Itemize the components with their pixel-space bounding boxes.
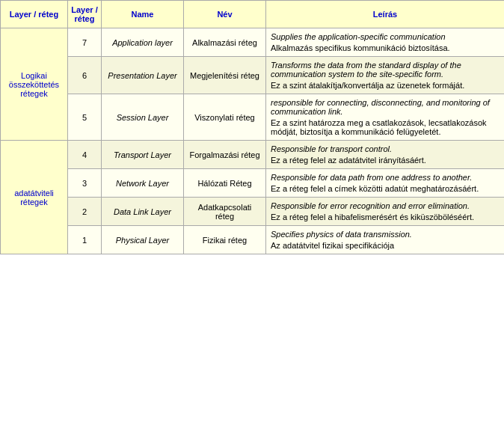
layer-number: 2: [68, 198, 102, 226]
layer-nev: Fizikai réteg: [184, 226, 266, 254]
layer-desc: Transforms the data from the standard di…: [266, 57, 505, 94]
osi-table: Layer / réteg Layer / réteg Name Név Leí…: [0, 0, 504, 254]
desc-english: Specifies physics of data transmission.: [271, 230, 500, 239]
layer-nev: Megjelenítési réteg: [184, 57, 266, 94]
layer-name: Data Link Layer: [102, 198, 184, 226]
layer-nev: Forgalmazási réteg: [184, 141, 266, 169]
desc-english: Responsible for error recognition and er…: [271, 201, 500, 210]
layer-desc: Specifies physics of data transmission.A…: [266, 226, 505, 254]
desc-hungarian: Ez a réteg felel az adatátvitel irányítá…: [271, 156, 500, 165]
desc-hungarian: Az adatátvitel fizikai specifikációja: [271, 241, 500, 250]
layer-nev: Adatkapcsolati réteg: [184, 198, 266, 226]
desc-hungarian: Ez a szint átalakítja/konvertálja az üze…: [271, 81, 500, 90]
layer-number: 3: [68, 169, 102, 198]
layer-name: Network Layer: [102, 169, 184, 198]
header-name: Name: [102, 1, 184, 28]
group-label: Logikai összeköttetés rétegek: [1, 28, 68, 141]
desc-english: Responsible for data path from one addre…: [271, 173, 500, 182]
layer-name: Transport Layer: [102, 141, 184, 169]
layer-name: Session Layer: [102, 94, 184, 141]
layer-name: Application layer: [102, 28, 184, 57]
desc-hungarian: Ez a réteg felel a hibafelismerésért és …: [271, 213, 500, 221]
layer-desc: responsible for connecting, disconnectin…: [266, 94, 505, 141]
desc-english: responsible for connecting, disconnectin…: [271, 98, 500, 116]
layer-nev: Viszonylati réteg: [184, 94, 266, 141]
layer-nev: Alkalmazási réteg: [184, 28, 266, 57]
desc-hungarian: Ez a szint határozza meg a csatlakozások…: [271, 118, 500, 136]
desc-hungarian: Ez a réteg felel a címek közötti adatút …: [271, 184, 500, 193]
layer-number: 1: [68, 226, 102, 254]
desc-hungarian: Alkalmazás specifikus kommunikáció bizto…: [271, 43, 500, 52]
header-nev: Név: [184, 1, 266, 28]
layer-number: 4: [68, 141, 102, 169]
desc-english: Transforms the data from the standard di…: [271, 61, 500, 79]
layer-desc: Responsible for data path from one addre…: [266, 169, 505, 198]
layer-number: 7: [68, 28, 102, 57]
header-desc: Leírás: [266, 1, 505, 28]
header-group: Layer / réteg: [1, 1, 68, 28]
desc-english: Supplies the application-specific commun…: [271, 32, 500, 41]
layer-desc: Responsible for error recognition and er…: [266, 198, 505, 226]
layer-name: Presentation Layer: [102, 57, 184, 94]
group-label: adatátviteli rétegek: [1, 141, 68, 254]
layer-number: 6: [68, 57, 102, 94]
desc-english: Responsible for transport control.: [271, 144, 500, 153]
layer-name: Physical Layer: [102, 226, 184, 254]
layer-number: 5: [68, 94, 102, 141]
layer-desc: Responsible for transport control.Ez a r…: [266, 141, 505, 169]
header-num: Layer / réteg: [68, 1, 102, 28]
layer-desc: Supplies the application-specific commun…: [266, 28, 505, 57]
layer-nev: Hálózati Réteg: [184, 169, 266, 198]
